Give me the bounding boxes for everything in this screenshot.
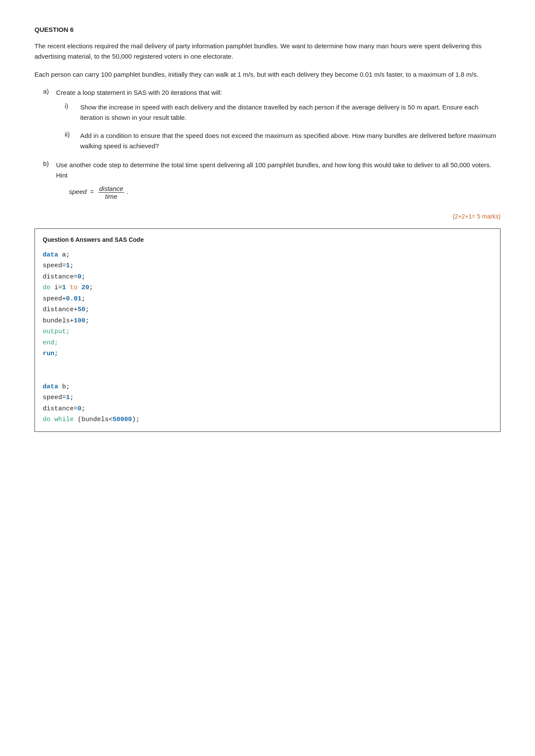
formula-numerator: distance — [98, 185, 124, 193]
part-b-label: b) — [43, 160, 56, 167]
formula-dot: . — [127, 188, 128, 195]
num-001: 0.01 — [66, 295, 81, 303]
code-line-12: speed=1; — [43, 392, 492, 403]
intro-paragraph: The recent elections required the mail d… — [34, 41, 501, 62]
code-line-9: end; — [43, 337, 492, 349]
kw-output: output; — [43, 328, 70, 335]
num-0-b: 0 — [78, 405, 81, 412]
question-title: QUESTION 6 — [34, 26, 501, 33]
code-line-1: data a; — [43, 250, 492, 261]
code-answer-box: Question 6 Answers and SAS Code data a; … — [34, 228, 501, 432]
num-0-dist: 0 — [78, 273, 81, 281]
code-line-11: data b; — [43, 381, 492, 393]
code-line-blank1 — [43, 359, 492, 371]
kw-do-while: do while — [43, 416, 74, 423]
part-b-text: Use another code step to determine the t… — [56, 161, 491, 179]
kw-do: do — [43, 284, 50, 291]
num-1-i: 1 — [62, 284, 66, 291]
part-a-label: a) — [43, 87, 56, 95]
formula-speed: speed — [69, 188, 87, 195]
code-line-2: speed=1; — [43, 260, 492, 272]
code-line-blank2 — [43, 370, 492, 381]
formula-equals: = — [90, 188, 94, 195]
code-line-8: output; — [43, 326, 492, 337]
part-a-text: Create a loop statement in SAS with 20 i… — [56, 87, 222, 98]
num-1-b: 1 — [66, 394, 70, 401]
kw-run: run; — [43, 350, 58, 357]
code-line-3: distance=0; — [43, 272, 492, 283]
kw-data-a: data — [43, 251, 58, 259]
num-100: 100 — [74, 317, 85, 325]
num-1: 1 — [66, 262, 70, 269]
num-20: 20 — [81, 284, 89, 291]
formula-denominator: time — [104, 193, 118, 200]
code-line-6: distance+50; — [43, 304, 492, 316]
code-line-14: do while (bundels<50000); — [43, 414, 492, 425]
marks-text: (2+2+1= 5 marks) — [34, 213, 501, 220]
num-50: 50 — [78, 306, 85, 313]
kw-data-b: data — [43, 383, 58, 390]
kw-end: end; — [43, 339, 58, 347]
code-box-title: Question 6 Answers and SAS Code — [43, 235, 492, 245]
sub-i-label: i) — [65, 102, 80, 109]
code-line-7: bundels+100; — [43, 316, 492, 327]
sub-ii-label: ii) — [65, 131, 80, 138]
para2: Each person can carry 100 pamphlet bundl… — [34, 69, 501, 80]
num-50000: 50000 — [113, 416, 132, 423]
code-line-13: distance=0; — [43, 403, 492, 415]
kw-to: to — [70, 284, 78, 291]
code-line-5: speed+0.01; — [43, 294, 492, 305]
sub-i-text: Show the increase in speed with each del… — [80, 102, 501, 123]
formula-fraction: distance time — [98, 185, 124, 200]
code-line-4: do i=1 to 20; — [43, 282, 492, 294]
sub-ii-text: Add in a condition to ensure that the sp… — [80, 131, 501, 151]
code-line-10: run; — [43, 348, 492, 359]
